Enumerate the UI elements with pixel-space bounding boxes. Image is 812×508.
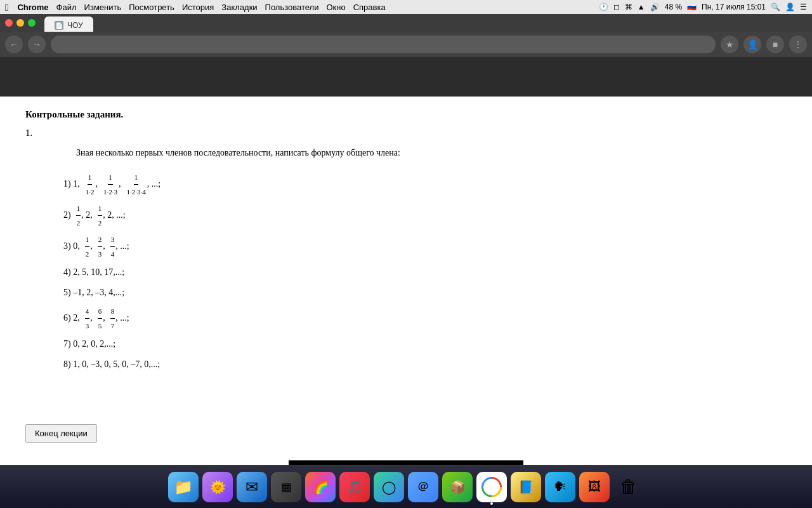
dock-mail[interactable]: ✉ bbox=[237, 472, 267, 502]
video-embed bbox=[289, 460, 523, 465]
problem-5: 5) –1, 2, –3, 4,...; bbox=[63, 284, 787, 302]
minimize-button[interactable] bbox=[16, 19, 24, 27]
menubar-help[interactable]: Справка bbox=[353, 3, 386, 12]
dock-preview[interactable]: 🖼 bbox=[579, 472, 610, 502]
chrome-icon bbox=[481, 477, 502, 497]
search-icon[interactable]: 🔍 bbox=[771, 3, 780, 11]
tab-bar: 📄 ЧОУ bbox=[39, 11, 807, 34]
address-bar[interactable] bbox=[51, 36, 716, 53]
fullscreen-button[interactable] bbox=[28, 19, 36, 27]
tab-label: ЧОУ bbox=[67, 21, 83, 30]
dock-archive[interactable]: 📦 bbox=[442, 472, 473, 502]
menubar-history[interactable]: История bbox=[182, 3, 214, 12]
problem-1: 1) 1, 11·2, 11·2·3, 11·2·3·4, ...; bbox=[63, 170, 787, 199]
problem-2-text: 2) 12, 2, 12, 2, ...; bbox=[63, 201, 126, 230]
back-button[interactable]: ← bbox=[5, 36, 23, 53]
bluetooth-icon: ◻ bbox=[613, 3, 620, 11]
page-content-wrapper: Контрольные задания. 1. Зная несколько п… bbox=[0, 97, 812, 465]
chrome-window: 📄 ЧОУ ← → ★ 👤 ■ ⋮ bbox=[0, 14, 812, 97]
chrome-toolbar: ← → ★ 👤 ■ ⋮ bbox=[0, 32, 812, 57]
user-icon[interactable]: 👤 bbox=[785, 3, 795, 11]
menubar-bookmarks[interactable]: Закладки bbox=[221, 3, 257, 12]
menubar-file[interactable]: Файл bbox=[56, 3, 77, 12]
section-title: Контрольные задания. bbox=[25, 109, 787, 120]
chrome-running-dot bbox=[490, 502, 493, 505]
battery-label: 48 % bbox=[665, 3, 682, 11]
menubar-view[interactable]: Посмотреть bbox=[129, 3, 174, 12]
menu-dots-button[interactable]: ⋮ bbox=[789, 36, 807, 53]
dock-trash[interactable]: 🗑 bbox=[613, 472, 644, 502]
dock-appstore[interactable]: ＠ bbox=[408, 472, 438, 502]
end-button-area: Конец лекции bbox=[0, 414, 812, 455]
tab-favicon: 📄 bbox=[55, 21, 63, 30]
intro-text: Зная несколько первых членов последовате… bbox=[25, 146, 787, 160]
datetime: Пн, 17 июля 15:01 bbox=[702, 3, 766, 11]
dock: 📁 🌞 ✉ ▦ 🌈 🎵 ◯ ＠ 📦 📘 🗣 🖼 🗑 bbox=[0, 465, 812, 508]
menubar-edit[interactable]: Изменить bbox=[84, 3, 122, 12]
problems-list: 1) 1, 11·2, 11·2·3, 11·2·3·4, ...; 2) 12… bbox=[63, 170, 787, 373]
forward-button[interactable]: → bbox=[28, 36, 46, 53]
problem-4-text: 4) 2, 5, 10, 17,...; bbox=[63, 264, 124, 281]
problem-4: 4) 2, 5, 10, 17,...; bbox=[63, 264, 787, 281]
problem-2: 2) 12, 2, 12, 2, ...; bbox=[63, 201, 787, 230]
flag-icon: 🇷🇺 bbox=[687, 3, 697, 11]
menubar-profiles[interactable]: Пользователи bbox=[265, 3, 319, 12]
menu-icon[interactable]: ☰ bbox=[800, 3, 807, 11]
problem-6: 6) 2, 43, 65, 87, ...; bbox=[63, 304, 787, 333]
dock-mission-control[interactable]: ▦ bbox=[271, 472, 301, 502]
apple-menu[interactable]:  bbox=[5, 2, 8, 13]
problem-3: 3) 0, 12, 23, 34, ...; bbox=[63, 232, 787, 261]
presentation-filename: Сергей.ppt bbox=[757, 453, 799, 461]
wifi-icon: ⌘ bbox=[625, 3, 632, 11]
menubar-window[interactable]: Окно bbox=[326, 3, 345, 12]
problem-6-text: 6) 2, 43, 65, 87, ...; bbox=[63, 304, 129, 333]
problem-7-text: 7) 0, 2, 0, 2,...; bbox=[63, 335, 115, 353]
chrome-titlebar: 📄 ЧОУ bbox=[0, 14, 812, 32]
content-area: Контрольные задания. 1. Зная несколько п… bbox=[0, 97, 812, 414]
menubar-status: 🕐 ◻ ⌘ ▲ 🔊 48 % 🇷🇺 Пн, 17 июля 15:01 🔍 👤 … bbox=[599, 3, 807, 11]
menubar-chrome[interactable]: Chrome bbox=[17, 3, 48, 12]
problem-8: 8) 1, 0, –3, 0, 5, 0, –7, 0,...; bbox=[63, 356, 787, 373]
problem-5-text: 5) –1, 2, –3, 4,...; bbox=[63, 284, 124, 302]
close-button[interactable] bbox=[5, 19, 13, 27]
problem-7: 7) 0, 2, 0, 2,...; bbox=[63, 335, 787, 353]
airplay-icon: ▲ bbox=[638, 3, 645, 11]
user-profile-button[interactable]: 👤 bbox=[743, 36, 761, 53]
volume-icon: 🔊 bbox=[650, 3, 660, 11]
dock-music[interactable]: 🎵 bbox=[339, 472, 370, 502]
dock-siri[interactable]: 🌞 bbox=[202, 472, 233, 502]
dock-photos[interactable]: 🌈 bbox=[305, 472, 336, 502]
presentation-title: Презентация bbox=[757, 446, 799, 453]
time-machine-icon: 🕐 bbox=[599, 3, 608, 11]
dock-safari[interactable]: ◯ bbox=[374, 472, 404, 502]
problem-3-text: 3) 0, 12, 23, 34, ...; bbox=[63, 232, 129, 261]
dock-chrome[interactable] bbox=[476, 472, 507, 502]
dock-skype[interactable]: 🗣 bbox=[545, 472, 575, 502]
problem-8-text: 8) 1, 0, –3, 0, 5, 0, –7, 0,...; bbox=[63, 356, 160, 373]
presentation-label: Презентация Сергей.ppt bbox=[757, 446, 799, 461]
dock-finder[interactable]: 📁 bbox=[168, 472, 199, 502]
extensions-button[interactable]: ■ bbox=[766, 36, 784, 53]
problem-number: 1. bbox=[25, 128, 787, 138]
end-lecture-button[interactable]: Конец лекции bbox=[25, 424, 97, 443]
problem-1-text: 1) 1, 11·2, 11·2·3, 11·2·3·4, ...; bbox=[63, 170, 160, 199]
bookmarks-button[interactable]: ★ bbox=[721, 36, 738, 53]
menubar:  Chrome Файл Изменить Посмотреть Истори… bbox=[0, 0, 812, 14]
dock-notes[interactable]: 📘 bbox=[511, 472, 541, 502]
embed-area bbox=[0, 455, 812, 465]
